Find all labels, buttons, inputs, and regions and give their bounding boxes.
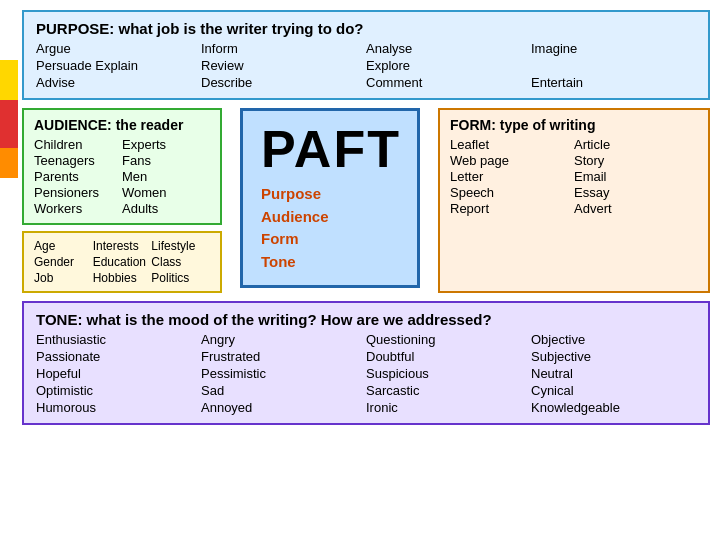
tone-item: Angry bbox=[201, 332, 366, 347]
form-item: Advert bbox=[574, 201, 698, 216]
tone-item: Frustrated bbox=[201, 349, 366, 364]
form-box: FORM: type of writing Leaflet Article We… bbox=[438, 108, 710, 293]
audience-item: Women bbox=[122, 185, 210, 200]
audience-item: Pensioners bbox=[34, 185, 122, 200]
form-item: Leaflet bbox=[450, 137, 574, 152]
tone-item: Pessimistic bbox=[201, 366, 366, 381]
audience-item: Fans bbox=[122, 153, 210, 168]
purpose-item: Analyse bbox=[366, 41, 531, 56]
purpose-item: Imagine bbox=[531, 41, 696, 56]
ail-box: Age Interests Lifestyle Gender Education… bbox=[22, 231, 222, 293]
ail-item: Gender bbox=[34, 255, 93, 269]
tone-item: Doubtful bbox=[366, 349, 531, 364]
form-item: Story bbox=[574, 153, 698, 168]
audience-item: Adults bbox=[122, 201, 210, 216]
form-item: Article bbox=[574, 137, 698, 152]
ail-grid: Age Interests Lifestyle Gender Education… bbox=[34, 239, 210, 285]
paft-label-tone: Tone bbox=[261, 251, 399, 274]
form-grid: Leaflet Article Web page Story Letter Em… bbox=[450, 137, 698, 216]
form-item: Speech bbox=[450, 185, 574, 200]
center-column: PAFT Purpose Audience Form Tone bbox=[230, 108, 430, 293]
tone-grid: Enthusiastic Angry Questioning Objective… bbox=[36, 332, 696, 415]
audience-title: AUDIENCE: the reader bbox=[34, 117, 210, 133]
audience-item: Parents bbox=[34, 169, 122, 184]
form-item: Essay bbox=[574, 185, 698, 200]
tone-item: Humorous bbox=[36, 400, 201, 415]
ail-item: Age bbox=[34, 239, 93, 253]
tone-item: Optimistic bbox=[36, 383, 201, 398]
audience-grid: Children Experts Teenagers Fans Parents … bbox=[34, 137, 210, 216]
page-wrapper: PURPOSE: what job is the writer trying t… bbox=[0, 0, 720, 540]
tone-item: Sarcastic bbox=[366, 383, 531, 398]
main-area: AUDIENCE: the reader Children Experts Te… bbox=[22, 108, 710, 293]
form-item: Web page bbox=[450, 153, 574, 168]
paft-label-purpose: Purpose bbox=[261, 183, 399, 206]
deco-squares bbox=[0, 0, 18, 180]
paft-labels: Purpose Audience Form Tone bbox=[261, 183, 399, 273]
purpose-item: Review bbox=[201, 58, 366, 73]
audience-item: Workers bbox=[34, 201, 122, 216]
purpose-item bbox=[531, 58, 696, 73]
tone-item: Ironic bbox=[366, 400, 531, 415]
paft-label-form: Form bbox=[261, 228, 399, 251]
ail-item: Class bbox=[151, 255, 210, 269]
audience-item: Men bbox=[122, 169, 210, 184]
tone-title: TONE: what is the mood of the writing? H… bbox=[36, 311, 696, 328]
tone-item: Annoyed bbox=[201, 400, 366, 415]
tone-box: TONE: what is the mood of the writing? H… bbox=[22, 301, 710, 425]
ail-item: Politics bbox=[151, 271, 210, 285]
deco-orange bbox=[0, 148, 18, 178]
form-title: FORM: type of writing bbox=[450, 117, 698, 133]
left-column: AUDIENCE: the reader Children Experts Te… bbox=[22, 108, 222, 293]
tone-item: Questioning bbox=[366, 332, 531, 347]
purpose-item: Inform bbox=[201, 41, 366, 56]
audience-box: AUDIENCE: the reader Children Experts Te… bbox=[22, 108, 222, 225]
ail-item: Education bbox=[93, 255, 152, 269]
audience-item: Experts bbox=[122, 137, 210, 152]
tone-item: Sad bbox=[201, 383, 366, 398]
paft-label-audience: Audience bbox=[261, 206, 399, 229]
tone-item: Objective bbox=[531, 332, 696, 347]
tone-item: Hopeful bbox=[36, 366, 201, 381]
purpose-grid: Argue Inform Analyse Imagine Persuade Ex… bbox=[36, 41, 696, 90]
purpose-box: PURPOSE: what job is the writer trying t… bbox=[22, 10, 710, 100]
paft-box: PAFT Purpose Audience Form Tone bbox=[240, 108, 420, 288]
form-item: Report bbox=[450, 201, 574, 216]
ail-item: Hobbies bbox=[93, 271, 152, 285]
tone-item: Neutral bbox=[531, 366, 696, 381]
tone-item: Enthusiastic bbox=[36, 332, 201, 347]
purpose-title: PURPOSE: what job is the writer trying t… bbox=[36, 20, 696, 37]
ail-item: Interests bbox=[93, 239, 152, 253]
purpose-item: Comment bbox=[366, 75, 531, 90]
audience-item: Teenagers bbox=[34, 153, 122, 168]
tone-item: Suspicious bbox=[366, 366, 531, 381]
right-column: FORM: type of writing Leaflet Article We… bbox=[438, 108, 710, 293]
purpose-item: Persuade Explain bbox=[36, 58, 201, 73]
purpose-item: Entertain bbox=[531, 75, 696, 90]
form-item: Letter bbox=[450, 169, 574, 184]
paft-letters: PAFT bbox=[261, 123, 399, 175]
tone-item: Knowledgeable bbox=[531, 400, 696, 415]
tone-item: Subjective bbox=[531, 349, 696, 364]
ail-item: Lifestyle bbox=[151, 239, 210, 253]
audience-item: Children bbox=[34, 137, 122, 152]
form-item: Email bbox=[574, 169, 698, 184]
deco-red bbox=[0, 100, 18, 150]
purpose-item: Argue bbox=[36, 41, 201, 56]
purpose-item: Advise bbox=[36, 75, 201, 90]
tone-item: Passionate bbox=[36, 349, 201, 364]
purpose-item: Describe bbox=[201, 75, 366, 90]
ail-item: Job bbox=[34, 271, 93, 285]
purpose-item: Explore bbox=[366, 58, 531, 73]
deco-yellow bbox=[0, 60, 18, 100]
tone-item: Cynical bbox=[531, 383, 696, 398]
